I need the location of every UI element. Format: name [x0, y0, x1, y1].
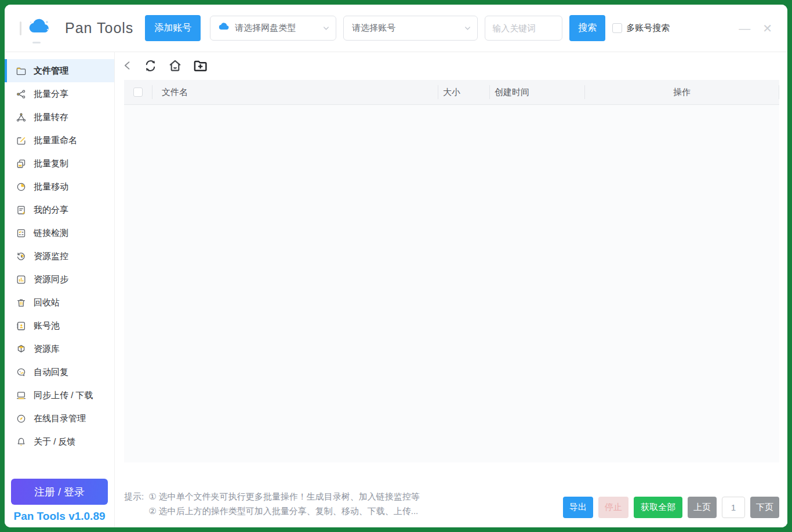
- file-toolbar: [115, 52, 787, 79]
- sidebar-item-batch-save[interactable]: 批量转存: [5, 105, 114, 129]
- chevron-down-icon: [464, 24, 471, 32]
- column-header-size: 大小: [438, 87, 489, 98]
- history-clock-icon: [16, 251, 27, 262]
- column-header-actions: 操作: [585, 87, 779, 98]
- sidebar-item-label: 关于 / 反馈: [34, 436, 76, 447]
- new-folder-icon: [192, 58, 208, 74]
- prev-page-button[interactable]: 上页: [688, 497, 717, 518]
- stop-button[interactable]: 停止: [598, 497, 628, 518]
- sidebar-item-batch-move[interactable]: 批量移动: [5, 175, 114, 198]
- sidebar-item-file-manage[interactable]: 文件管理: [5, 59, 114, 82]
- sidebar-item-account-pool[interactable]: 账号池: [5, 314, 114, 337]
- cloud-logo-icon: [27, 17, 51, 39]
- sidebar-item-batch-share[interactable]: 批量分享: [5, 82, 114, 105]
- sidebar-item-label: 批量重命名: [34, 135, 77, 146]
- bar-chart-icon: [16, 274, 27, 285]
- sidebar-nav: 文件管理 批量分享: [5, 59, 114, 453]
- sidebar-item-my-shares[interactable]: 我的分享: [5, 198, 114, 221]
- footer: 提示: ① 选中单个文件夹可执行更多批量操作！生成目录树、加入链接监控等 ② 选…: [115, 462, 787, 527]
- sidebar-item-label: 在线目录管理: [34, 413, 86, 424]
- sidebar-item-label: 链接检测: [34, 228, 68, 239]
- link-check-icon: [16, 228, 27, 239]
- app-version: Pan Tools v1.0.89: [11, 510, 108, 523]
- register-login-button[interactable]: 注册 / 登录: [11, 479, 108, 505]
- multi-account-checkbox-label: 多账号搜索: [626, 23, 670, 34]
- fetch-all-button[interactable]: 获取全部: [634, 497, 682, 518]
- select-all-checkbox[interactable]: [133, 88, 143, 97]
- pie-move-icon: [16, 181, 27, 192]
- sidebar-item-resource-monitor[interactable]: 资源监控: [5, 245, 114, 268]
- multi-account-checkbox[interactable]: 多账号搜索: [612, 23, 670, 34]
- chevron-down-icon: [322, 24, 330, 32]
- footer-buttons: 导出 停止 获取全部 上页 下页: [563, 497, 779, 519]
- export-button[interactable]: 导出: [563, 497, 593, 518]
- sidebar-item-label: 资源库: [34, 344, 60, 355]
- copy-icon: [16, 158, 27, 169]
- sidebar-item-label: 批量转存: [34, 112, 68, 123]
- content-area: 文件名 大小 创建时间 操作 提示: ① 选中单个文件夹可执行更多批量操作！生成…: [115, 52, 787, 527]
- header: Pan Tools 添加账号 请选择网盘类型 请选择账号 搜索 多账号搜索: [5, 5, 787, 52]
- sidebar-item-resource-sync[interactable]: 资源同步: [5, 268, 114, 291]
- sidebar-item-label: 批量分享: [34, 89, 68, 100]
- sidebar-footer: 注册 / 登录 Pan Tools v1.0.89: [5, 473, 114, 527]
- minimize-button[interactable]: —: [739, 23, 750, 34]
- app-window: Pan Tools 添加账号 请选择网盘类型 请选择账号 搜索 多账号搜索: [5, 5, 787, 527]
- next-page-button[interactable]: 下页: [750, 497, 779, 518]
- new-folder-button[interactable]: [192, 58, 208, 74]
- disk-type-select-value: 请选择网盘类型: [235, 23, 322, 34]
- home-button[interactable]: [168, 58, 183, 73]
- laptop-icon: [16, 390, 27, 401]
- sidebar-item-auto-reply[interactable]: 自动回复: [5, 360, 114, 384]
- main-area: 文件管理 批量分享: [5, 52, 787, 527]
- page-number-input[interactable]: [722, 497, 745, 518]
- back-button[interactable]: [122, 59, 133, 72]
- hint-line-1: ① 选中单个文件夹可执行更多批量操作！生成目录树、加入链接监控等: [148, 489, 420, 504]
- account-card-icon: [16, 320, 27, 331]
- table-header: 文件名 大小 创建时间 操作: [124, 80, 779, 105]
- account-select-value: 请选择账号: [352, 23, 464, 34]
- disk-type-select[interactable]: 请选择网盘类型: [210, 16, 336, 41]
- sidebar-item-sync-upload-download[interactable]: 同步上传 / 下载: [5, 384, 114, 407]
- transfer-icon: [16, 112, 27, 123]
- share-icon: [16, 89, 27, 100]
- bell-icon: [16, 436, 27, 447]
- checkbox-box[interactable]: [612, 23, 622, 33]
- sidebar-item-label: 回收站: [34, 297, 60, 308]
- chat-smile-icon: [16, 367, 27, 378]
- sidebar-item-link-check[interactable]: 链接检测: [5, 221, 114, 245]
- sidebar-item-label: 批量移动: [34, 181, 68, 192]
- trash-icon: [16, 297, 27, 308]
- file-list-empty-area: [124, 105, 779, 462]
- account-select[interactable]: 请选择账号: [343, 16, 478, 41]
- logo-accent-bar: [20, 21, 21, 35]
- sidebar-item-label: 文件管理: [34, 65, 68, 76]
- sidebar-item-label: 自动回复: [34, 367, 68, 378]
- keyword-input[interactable]: [485, 16, 562, 41]
- sidebar-item-recycle-bin[interactable]: 回收站: [5, 291, 114, 314]
- add-account-button[interactable]: 添加账号: [145, 15, 201, 41]
- sidebar-item-label: 资源监控: [34, 251, 68, 262]
- sidebar-item-label: 账号池: [34, 320, 60, 331]
- app-logo: [20, 17, 51, 39]
- sidebar: 文件管理 批量分享: [5, 52, 115, 527]
- refresh-button[interactable]: [143, 59, 158, 73]
- column-header-created: 创建时间: [490, 87, 584, 98]
- sidebar-item-resource-library[interactable]: 资源库: [5, 337, 114, 360]
- sidebar-item-about-feedback[interactable]: 关于 / 反馈: [5, 430, 114, 453]
- refresh-icon: [143, 59, 158, 73]
- my-share-icon: [16, 205, 27, 216]
- rename-icon: [16, 135, 27, 146]
- sidebar-item-label: 我的分享: [34, 205, 68, 216]
- back-icon: [122, 59, 133, 72]
- sidebar-item-online-catalog[interactable]: 在线目录管理: [5, 407, 114, 430]
- sidebar-item-label: 同步上传 / 下载: [34, 390, 93, 401]
- sidebar-item-label: 资源同步: [34, 274, 68, 285]
- sidebar-item-batch-rename[interactable]: 批量重命名: [5, 129, 114, 152]
- close-button[interactable]: ✕: [762, 23, 772, 34]
- hint-text: 提示: ① 选中单个文件夹可执行更多批量操作！生成目录树、加入链接监控等 ② 选…: [124, 489, 420, 519]
- sidebar-item-label: 批量复制: [34, 158, 68, 169]
- sidebar-item-batch-copy[interactable]: 批量复制: [5, 152, 114, 175]
- column-header-filename: 文件名: [152, 87, 438, 98]
- search-button[interactable]: 搜索: [569, 15, 605, 41]
- compass-icon: [16, 413, 27, 424]
